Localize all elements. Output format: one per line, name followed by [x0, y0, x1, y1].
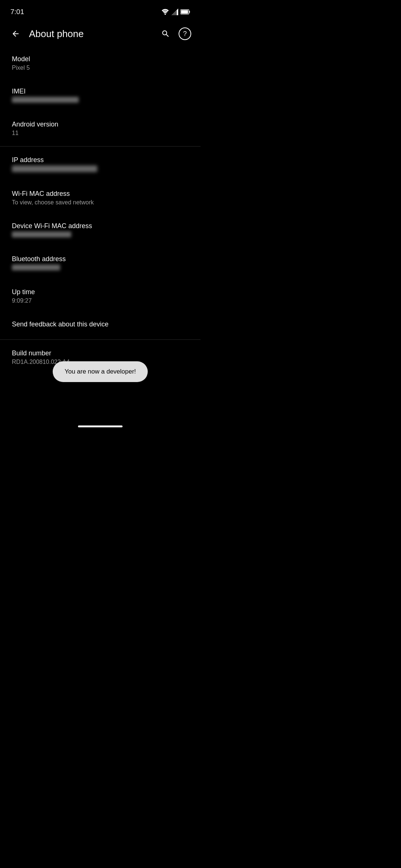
section-divider-2 — [0, 339, 200, 340]
back-button[interactable] — [7, 26, 24, 42]
content-area: Model Pixel 5 IMEI Android version 11 IP… — [0, 47, 200, 374]
svg-point-0 — [164, 13, 166, 14]
svg-marker-2 — [172, 10, 177, 15]
uptime-label: Up time — [12, 288, 189, 296]
model-item: Model Pixel 5 — [0, 47, 200, 79]
section-network: IP address Wi-Fi MAC address To view, ch… — [0, 148, 200, 338]
wifi-mac-value: To view, choose saved network — [12, 199, 189, 206]
status-icons — [161, 9, 190, 15]
feedback-label: Send feedback about this device — [12, 320, 189, 328]
svg-rect-5 — [181, 10, 188, 13]
imei-item: IMEI — [0, 79, 200, 112]
android-version-item: Android version 11 — [0, 112, 200, 145]
android-version-value: 11 — [12, 130, 189, 137]
feedback-item[interactable]: Send feedback about this device — [0, 312, 200, 338]
back-arrow-icon — [11, 29, 20, 38]
top-bar: About phone ? — [0, 20, 200, 47]
device-wifi-mac-item: Device Wi-Fi MAC address — [0, 214, 200, 247]
imei-label: IMEI — [12, 88, 189, 95]
toast-notification: You are now a developer! — [53, 361, 148, 382]
imei-value — [12, 97, 189, 104]
ip-address-value — [12, 165, 189, 174]
wifi-mac-label: Wi-Fi MAC address — [12, 190, 189, 198]
bluetooth-item: Bluetooth address — [0, 247, 200, 280]
battery-icon — [180, 9, 190, 14]
search-icon — [161, 29, 170, 38]
wifi-mac-item: Wi-Fi MAC address To view, choose saved … — [0, 182, 200, 214]
status-time: 7:01 — [10, 8, 24, 16]
build-number-label: Build number — [12, 349, 189, 357]
top-actions: ? — [157, 26, 193, 42]
android-version-label: Android version — [12, 121, 189, 128]
ip-address-label: IP address — [12, 156, 189, 164]
svg-rect-4 — [189, 11, 190, 13]
device-wifi-mac-value — [12, 231, 189, 239]
model-value: Pixel 5 — [12, 65, 189, 71]
bluetooth-value — [12, 264, 189, 272]
toast-text: You are now a developer! — [65, 368, 136, 375]
bluetooth-label: Bluetooth address — [12, 255, 189, 263]
help-button[interactable]: ? — [177, 26, 193, 42]
model-label: Model — [12, 55, 189, 63]
uptime-item: Up time 9:09:27 — [0, 280, 200, 312]
ip-address-item: IP address — [0, 148, 200, 182]
home-indicator — [78, 425, 123, 427]
search-button[interactable] — [157, 26, 174, 42]
signal-icon — [172, 9, 178, 15]
status-bar: 7:01 — [0, 0, 200, 20]
help-circle-icon: ? — [179, 27, 191, 40]
device-wifi-mac-label: Device Wi-Fi MAC address — [12, 222, 189, 230]
wifi-icon — [161, 9, 169, 15]
page-title: About phone — [29, 28, 157, 40]
section-divider-1 — [0, 146, 200, 147]
section-main: Model Pixel 5 IMEI Android version 11 — [0, 47, 200, 145]
uptime-value: 9:09:27 — [12, 297, 189, 304]
